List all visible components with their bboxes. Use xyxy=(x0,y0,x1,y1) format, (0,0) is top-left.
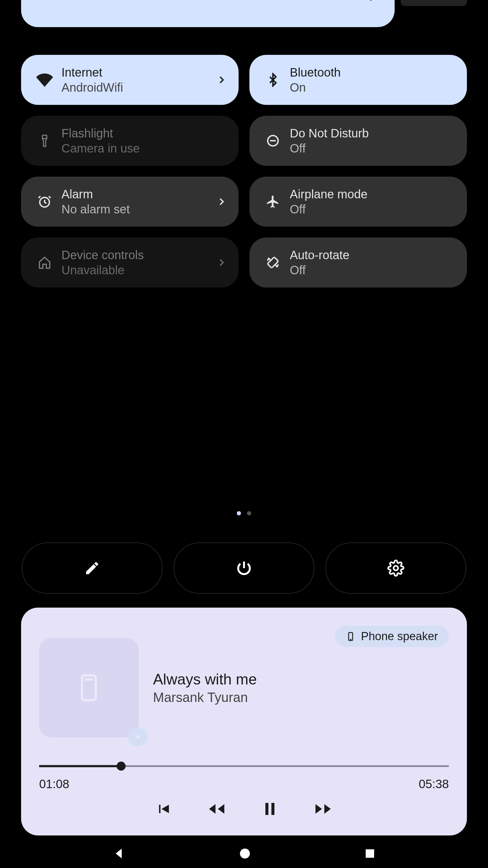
tile-subtitle: On xyxy=(290,81,341,94)
home-icon xyxy=(34,255,55,270)
bluetooth-icon xyxy=(263,73,283,87)
tile-subtitle: AndroidWifi xyxy=(61,81,123,94)
tile-title: Auto-rotate xyxy=(290,248,350,262)
brightness-overflow-shadow xyxy=(401,0,467,6)
mini-play-badge xyxy=(128,727,148,747)
tile-title: Do Not Disturb xyxy=(290,126,369,140)
track-artist: Marsank Tyuran xyxy=(153,690,257,705)
tile-flashlight: Flashlight Camera in use xyxy=(21,116,238,166)
tile-airplane[interactable]: Airplane mode Off xyxy=(250,177,467,227)
svg-marker-22 xyxy=(116,849,122,858)
phone-icon xyxy=(346,632,355,641)
tile-subtitle: Camera in use xyxy=(61,141,140,155)
svg-rect-24 xyxy=(366,849,374,858)
tile-auto-rotate[interactable]: Auto-rotate Off xyxy=(250,238,467,287)
pencil-icon xyxy=(84,560,100,576)
page-indicator xyxy=(237,511,251,516)
tile-dnd[interactable]: Do Not Disturb Off xyxy=(250,116,467,166)
power-button[interactable] xyxy=(173,542,315,594)
media-controls xyxy=(155,799,333,818)
svg-marker-19 xyxy=(137,735,140,739)
edit-tiles-button[interactable] xyxy=(22,542,163,594)
nav-home-button[interactable] xyxy=(238,847,252,860)
flashlight-icon xyxy=(34,134,55,147)
qs-footer xyxy=(22,542,466,594)
svg-rect-21 xyxy=(271,803,274,815)
alarm-icon xyxy=(34,194,55,209)
media-player-card: Phone speaker Always with me Marsank Tyu… xyxy=(21,608,467,835)
pause-button[interactable] xyxy=(261,800,279,818)
tile-subtitle: Off xyxy=(290,202,367,216)
settings-button[interactable] xyxy=(325,542,466,594)
tile-title: Alarm xyxy=(61,187,130,201)
system-nav-bar xyxy=(0,839,488,868)
tile-title: Flashlight xyxy=(61,126,140,140)
tile-subtitle: No alarm set xyxy=(61,202,130,216)
brightness-icon xyxy=(364,0,378,1)
seek-bar[interactable] xyxy=(39,762,449,771)
gear-icon xyxy=(387,560,404,577)
tile-device-controls: Device controls Unavailable xyxy=(21,238,238,287)
svg-point-23 xyxy=(240,849,250,859)
tile-internet[interactable]: Internet AndroidWifi xyxy=(21,55,238,105)
tile-title: Bluetooth xyxy=(290,65,341,79)
svg-rect-20 xyxy=(265,803,268,815)
seek-thumb[interactable] xyxy=(117,762,126,771)
chevron-right-icon xyxy=(216,75,227,85)
tile-title: Internet xyxy=(61,65,123,79)
chevron-right-icon xyxy=(216,196,227,207)
album-art xyxy=(39,638,138,738)
track-title: Always with me xyxy=(153,671,257,688)
tile-bluetooth[interactable]: Bluetooth On xyxy=(250,55,467,105)
elapsed-time: 01:08 xyxy=(39,777,69,791)
airplane-icon xyxy=(263,194,283,209)
seek-fill xyxy=(39,765,121,767)
tile-subtitle: Unavailable xyxy=(61,263,144,277)
brightness-slider[interactable] xyxy=(21,0,395,27)
tile-subtitle: Off xyxy=(290,263,350,277)
tile-title: Device controls xyxy=(61,248,144,262)
chevron-right-icon xyxy=(216,257,227,268)
svg-point-14 xyxy=(394,566,398,570)
qs-tiles-grid: Internet AndroidWifi Bluetooth On Flashl… xyxy=(21,55,467,287)
tile-subtitle: Off xyxy=(290,141,369,155)
duration-time: 05:38 xyxy=(419,777,449,791)
dnd-icon xyxy=(263,134,283,148)
skip-previous-button[interactable] xyxy=(155,801,172,817)
power-icon xyxy=(235,559,253,577)
media-output-chip[interactable]: Phone speaker xyxy=(335,626,449,647)
tile-alarm[interactable]: Alarm No alarm set xyxy=(21,177,238,227)
page-dot-1 xyxy=(247,511,251,516)
auto-rotate-icon xyxy=(263,255,283,270)
tile-title: Airplane mode xyxy=(290,187,367,201)
nav-recents-button[interactable] xyxy=(364,847,376,860)
rewind-button[interactable] xyxy=(207,799,226,818)
nav-back-button[interactable] xyxy=(112,846,127,861)
media-output-label: Phone speaker xyxy=(361,630,438,643)
wifi-icon xyxy=(34,71,55,88)
svg-rect-9 xyxy=(42,135,47,138)
page-dot-0 xyxy=(237,511,241,516)
fast-forward-button[interactable] xyxy=(314,799,333,818)
